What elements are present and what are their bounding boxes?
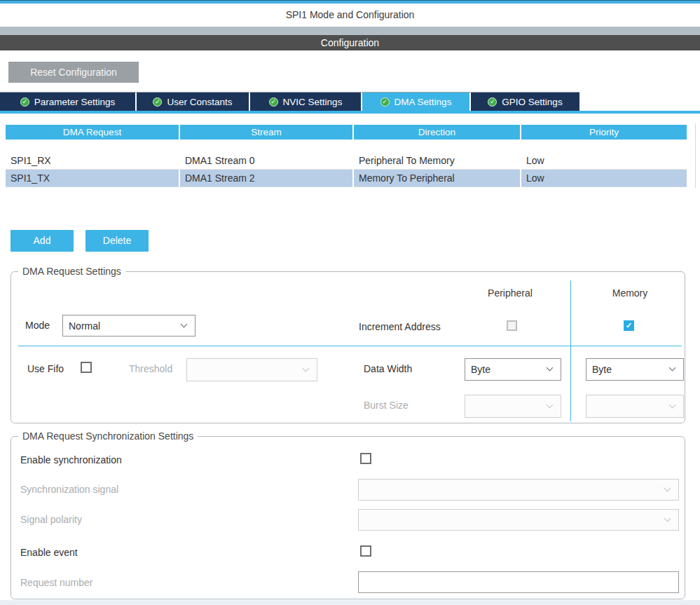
column-header-priority[interactable]: Priority <box>521 125 687 140</box>
request-number-label: Request number <box>20 577 93 588</box>
increment-address-label: Increment Address <box>359 321 441 332</box>
table-right-edge <box>695 123 696 188</box>
tab-nvic-settings[interactable]: NVIC Settings <box>250 93 361 111</box>
use-fifo-checkbox[interactable] <box>81 362 92 373</box>
mode-value: Normal <box>69 320 100 332</box>
synchronization-signal-select <box>358 479 679 501</box>
enable-synchronization-checkbox[interactable] <box>360 453 371 464</box>
tab-label: Parameter Settings <box>34 97 116 107</box>
chevron-down-icon <box>181 320 188 327</box>
cell-priority: Low <box>521 170 687 187</box>
table-row-spi1-tx[interactable]: SPI1_TX DMA1 Stream 2 Memory To Peripher… <box>6 170 687 187</box>
configuration-section-header: Configuration <box>0 35 700 50</box>
check-icon <box>20 97 29 107</box>
tab-gpio-settings[interactable]: GPIO Settings <box>471 93 579 111</box>
enable-synchronization-label: Enable synchronization <box>20 454 122 465</box>
dma-table-body: SPI1_RX DMA1 Stream 0 Peripheral To Memo… <box>6 152 687 187</box>
memory-column-header: Memory <box>574 287 686 299</box>
chevron-down-icon <box>303 365 310 372</box>
mode-select[interactable]: Normal <box>62 315 195 337</box>
cell-direction: Peripheral To Memory <box>354 152 520 170</box>
dma-request-settings-group: DMA Request Settings Peripheral Memory M… <box>11 271 685 423</box>
column-header-direction[interactable]: Direction <box>354 125 520 140</box>
data-width-memory-value: Byte <box>592 364 612 375</box>
data-width-label: Data Width <box>364 363 412 374</box>
synchronization-signal-label: Synchronization signal <box>20 484 118 495</box>
tab-label: DMA Settings <box>394 97 452 107</box>
active-tab-underline <box>0 111 700 114</box>
tab-user-constants[interactable]: User Constants <box>137 93 249 111</box>
peripheral-column-header: Peripheral <box>454 287 566 299</box>
increment-address-peripheral-checkbox <box>507 320 517 331</box>
group-title: DMA Request Settings <box>18 266 125 277</box>
burst-size-memory-select <box>586 395 684 418</box>
chevron-down-icon <box>664 515 671 522</box>
threshold-select <box>186 358 317 381</box>
window-title: SPI1 Mode and Configuration <box>0 6 700 24</box>
data-width-peripheral-value: Byte <box>471 364 490 375</box>
check-icon <box>153 97 162 107</box>
add-button[interactable]: Add <box>11 230 74 252</box>
top-accent-bar <box>0 0 700 4</box>
chevron-down-icon <box>547 401 554 408</box>
tab-label: GPIO Settings <box>502 97 562 107</box>
chevron-down-icon <box>664 484 671 491</box>
tab-dma-settings[interactable]: DMA Settings <box>362 93 469 111</box>
chevron-down-icon <box>669 401 676 408</box>
group-title: DMA Request Synchronization Settings <box>18 430 198 442</box>
cell-direction: Memory To Peripheral <box>354 170 520 187</box>
column-header-stream[interactable]: Stream <box>180 125 352 140</box>
increment-address-memory-checkbox[interactable] <box>624 320 634 331</box>
tab-label: User Constants <box>167 97 232 107</box>
chevron-down-icon <box>669 365 676 372</box>
tab-label: NVIC Settings <box>283 97 343 107</box>
data-width-memory-select[interactable]: Byte <box>586 358 684 381</box>
burst-size-label: Burst Size <box>364 400 409 411</box>
cell-dma-request: SPI1_RX <box>6 152 179 170</box>
enable-event-checkbox[interactable] <box>360 545 371 557</box>
signal-polarity-select <box>358 509 679 531</box>
settings-tabbar: Parameter Settings User Constants NVIC S… <box>0 92 579 111</box>
cell-stream: DMA1 Stream 2 <box>180 170 352 187</box>
table-row-spi1-rx[interactable]: SPI1_RX DMA1 Stream 0 Peripheral To Memo… <box>6 152 687 170</box>
check-icon <box>269 97 278 107</box>
bottom-edge <box>0 600 700 605</box>
row-divider <box>18 346 682 346</box>
reset-configuration-button[interactable]: Reset Configuration <box>8 62 139 83</box>
burst-size-peripheral-select <box>465 395 561 418</box>
mode-label: Mode <box>25 320 50 331</box>
spi1-configuration-dialog: SPI1 Mode and Configuration Configuratio… <box>0 0 700 605</box>
tab-parameter-settings[interactable]: Parameter Settings <box>0 93 135 111</box>
cell-stream: DMA1 Stream 0 <box>180 152 352 170</box>
dma-sync-settings-group: DMA Request Synchronization Settings Ena… <box>11 436 685 599</box>
data-width-peripheral-select[interactable]: Byte <box>465 358 561 381</box>
dma-table-header: DMA Request Stream Direction Priority <box>6 125 687 140</box>
signal-polarity-label: Signal polarity <box>20 514 82 525</box>
chevron-down-icon <box>547 365 554 372</box>
request-number-input[interactable] <box>358 571 679 593</box>
check-icon <box>380 97 390 107</box>
enable-event-label: Enable event <box>20 547 78 558</box>
threshold-label: Threshold <box>129 363 172 374</box>
column-divider <box>570 280 571 421</box>
delete-button[interactable]: Delete <box>85 230 149 252</box>
cell-priority: Low <box>521 152 687 170</box>
check-icon <box>488 97 497 107</box>
use-fifo-label: Use Fifo <box>27 363 64 374</box>
column-header-dma-request[interactable]: DMA Request <box>6 125 179 140</box>
mode-section-bar <box>0 27 700 35</box>
cell-dma-request: SPI1_TX <box>6 170 179 187</box>
